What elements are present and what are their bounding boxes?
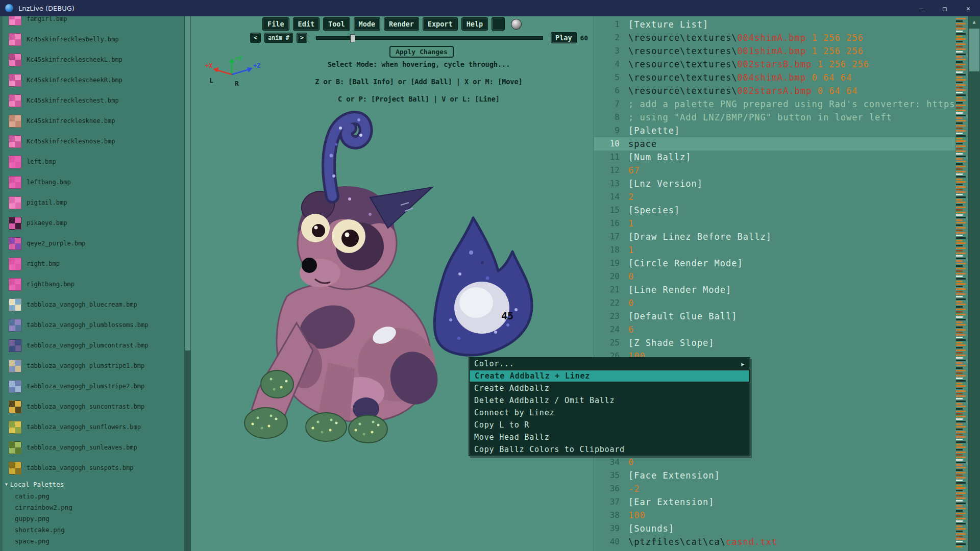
editor-line[interactable]: 4\resource\textures\002starsB.bmp 1 256 …	[594, 58, 955, 71]
minimize-button[interactable]: –	[910, 0, 933, 16]
texture-list-item[interactable]: leftbang.bmp	[3, 172, 191, 192]
menu-button-help[interactable]: Help	[461, 17, 488, 31]
editor-line[interactable]: 7; add a palette PNG prepared using Rad'…	[594, 97, 955, 111]
minimap-mark	[956, 293, 966, 295]
context-menu-item[interactable]: Color...▶	[469, 358, 750, 370]
texture-list-item[interactable]: tabbloza_vangogh_sunspots.bmp	[3, 458, 191, 478]
palette-item[interactable]: catio.png	[3, 490, 191, 502]
editor-line[interactable]: 21[Line Render Mode]	[594, 283, 955, 296]
context-menu-item[interactable]: Move Head Ballz	[469, 431, 750, 443]
texture-list-item[interactable]: right.bmp	[3, 254, 191, 274]
editor-scrollbar[interactable]: ▲	[968, 16, 980, 551]
editor-line[interactable]: 19[Circle Render Mode]	[594, 257, 955, 270]
sidebar-scrollbar-thumb[interactable]	[185, 16, 190, 350]
texture-list-item[interactable]: tabbloza_vangogh_bluecream.bmp	[3, 294, 191, 315]
context-menu-item[interactable]: Copy L to R	[469, 419, 750, 431]
blank-button[interactable]	[492, 17, 505, 31]
editor-line[interactable]: 35[Face Extension]	[594, 469, 955, 482]
menu-button-render[interactable]: Render	[384, 17, 419, 31]
maximize-button[interactable]: ▢	[933, 0, 957, 16]
sidebar-scrollbar[interactable]	[184, 16, 191, 551]
texture-list-item[interactable]: Kc45skinfrecklescheekR.bmp	[3, 70, 191, 90]
titlebar[interactable]: LnzLive (DEBUG) – ▢ ✕	[0, 0, 980, 16]
anim-slider[interactable]	[316, 36, 543, 40]
editor-line[interactable]: 11[Num Ballz]	[594, 151, 955, 164]
context-menu-item[interactable]: Create Addballz	[469, 382, 750, 394]
editor-line[interactable]: 17[Draw Linez Before Ballz]	[594, 230, 955, 243]
texture-list-item[interactable]: tabbloza_vangogh_plumstripe1.bmp	[3, 356, 191, 376]
editor-line[interactable]: 8; using "Add LNZ/BMP/PNG" button in low…	[594, 111, 955, 124]
editor-line[interactable]: 37[Ear Extension]	[594, 495, 955, 509]
texture-list-item[interactable]: tabbloza_vangogh_plumblossoms.bmp	[3, 315, 191, 335]
palette-item[interactable]: space.png	[3, 535, 191, 546]
editor-line[interactable]: 5\resource\textures\004shimA.bmp 0 64 64	[594, 71, 955, 84]
editor-line[interactable]: 340	[594, 456, 955, 469]
palette-item[interactable]: shortcake.png	[3, 524, 191, 535]
editor-line[interactable]: 38100	[594, 509, 955, 522]
context-menu-item[interactable]: Connect by Linez	[469, 407, 750, 419]
texture-list-item[interactable]: tabbloza_vangogh_sunflowers.bmp	[3, 417, 191, 437]
texture-list-item[interactable]: Kc45skinfreckleschest.bmp	[3, 90, 191, 111]
editor-line[interactable]: 13[Lnz Version]	[594, 177, 955, 190]
texture-list-item[interactable]: pigtail.bmp	[3, 192, 191, 213]
play-button[interactable]: Play	[551, 32, 577, 43]
scroll-up-icon[interactable]: ▲	[968, 16, 980, 27]
editor-line[interactable]: 36-2	[594, 482, 955, 495]
menu-button-edit[interactable]: Edit	[293, 17, 320, 31]
texture-list-item[interactable]: tabbloza_vangogh_plumcontrast.bmp	[3, 335, 191, 356]
axis-x-label: +X	[205, 62, 212, 69]
editor-line[interactable]: 6\resource\textures\002starsA.bmp 0 64 6…	[594, 84, 955, 97]
editor-line[interactable]: 2\resource\textures\004shimA.bmp 1 256 2…	[594, 31, 955, 44]
editor-line[interactable]: 220	[594, 296, 955, 310]
texture-list-item[interactable]: Kc45skinfrecklesbelly.bmp	[3, 29, 191, 49]
render-viewport[interactable]: FileEditToolModeRenderExportHelp < anim …	[191, 16, 594, 551]
local-palettes-header[interactable]: ▼ Local Palettes	[3, 478, 191, 490]
close-button[interactable]: ✕	[957, 0, 980, 16]
editor-line[interactable]: 15[Species]	[594, 204, 955, 217]
context-menu-item[interactable]: Create Addballz + Linez	[469, 370, 750, 382]
texture-list-item[interactable]: Kc45skinfrecklescheekL.bmp	[3, 49, 191, 70]
texture-list-item[interactable]: tabbloza_vangogh_plumstripe2.bmp	[3, 376, 191, 396]
anim-next-button[interactable]: >	[297, 33, 307, 43]
editor-line[interactable]: 9[Palette]	[594, 124, 955, 137]
texture-list-item[interactable]: pikaeye.bmp	[3, 213, 191, 233]
editor-minimap[interactable]	[955, 16, 968, 551]
anim-slider-thumb[interactable]	[350, 34, 355, 42]
editor-line[interactable]: 40\ptzfiles\cat\ca\casnd.txt	[594, 535, 955, 548]
editor-line[interactable]: 1267	[594, 164, 955, 177]
palette-item[interactable]: cirrainbow2.png	[3, 502, 191, 513]
texture-list-item[interactable]: left.bmp	[3, 152, 191, 172]
render-ball-icon[interactable]	[511, 19, 522, 30]
editor-line[interactable]: 181	[594, 243, 955, 257]
editor-line[interactable]: 10space	[594, 137, 955, 151]
editor-scrollbar-thumb[interactable]	[969, 29, 979, 71]
editor-line[interactable]: 1[Texture List]	[594, 18, 955, 31]
texture-list-item[interactable]: qeye2_purple.bmp	[3, 233, 191, 254]
context-menu-item[interactable]: Delete Addballz / Omit Ballz	[469, 394, 750, 407]
editor-line[interactable]: 23[Default Glue Ball]	[594, 310, 955, 323]
palette-item[interactable]: guppy.png	[3, 513, 191, 524]
texture-list-item[interactable]: Kc45skinfrecklesknee.bmp	[3, 111, 191, 131]
editor-line[interactable]: 3\resource\textures\001shimA.bmp 1 256 2…	[594, 44, 955, 58]
menu-button-file[interactable]: File	[262, 17, 289, 31]
texture-filename: rightbang.bmp	[27, 281, 75, 288]
editor-line[interactable]: 246	[594, 323, 955, 336]
editor-line[interactable]: 39[Sounds]	[594, 522, 955, 535]
texture-list-item[interactable]: famgirl.bmp	[3, 16, 191, 29]
menu-button-export[interactable]: Export	[423, 17, 458, 31]
apply-changes-button[interactable]: Apply Changes	[389, 46, 454, 58]
lnz-editor[interactable]: 1[Texture List]2\resource\textures\004sh…	[594, 16, 955, 551]
editor-line[interactable]: 142	[594, 190, 955, 204]
editor-line[interactable]: 161	[594, 217, 955, 230]
menu-button-mode[interactable]: Mode	[354, 17, 381, 31]
minimap-mark	[956, 212, 966, 213]
texture-list-item[interactable]: rightbang.bmp	[3, 274, 191, 294]
editor-line[interactable]: 200	[594, 270, 955, 283]
texture-list-item[interactable]: Kc45skinfrecklesnose.bmp	[3, 131, 191, 152]
texture-list-item[interactable]: tabbloza_vangogh_sunleaves.bmp	[3, 437, 191, 458]
menu-button-tool[interactable]: Tool	[323, 17, 350, 31]
anim-prev-button[interactable]: <	[250, 33, 261, 43]
texture-list-item[interactable]: tabbloza_vangogh_suncontrast.bmp	[3, 396, 191, 417]
context-menu-item[interactable]: Copy Ballz Colors to Clipboard	[469, 443, 750, 456]
editor-line[interactable]: 25[Z Shade Slope]	[594, 336, 955, 349]
